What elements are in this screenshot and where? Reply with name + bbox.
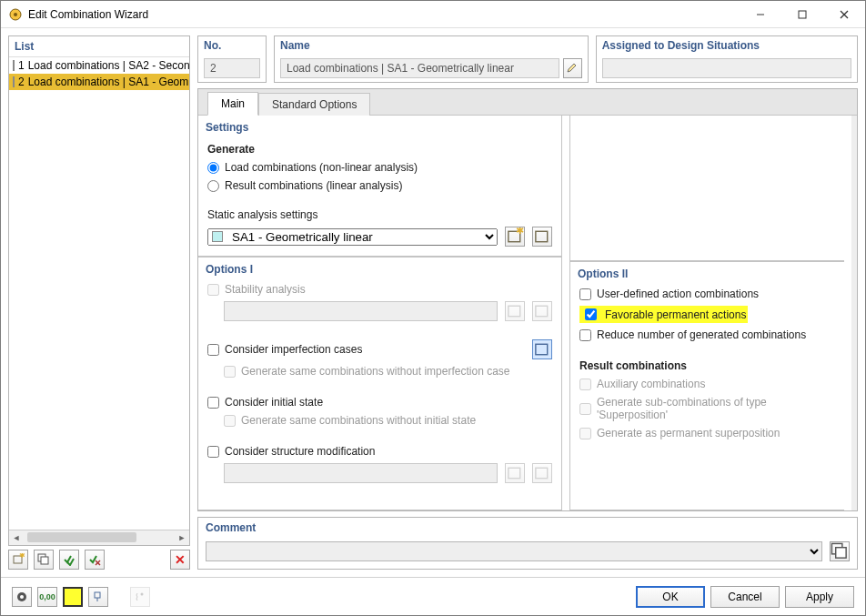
assigned-box: Assigned to Design Situations — [596, 35, 858, 83]
chk-initial-sub: Generate same combinations without initi… — [224, 414, 552, 427]
chk-initial-sub-label: Generate same combinations without initi… — [241, 414, 476, 427]
options1-header: Options I — [198, 258, 561, 279]
dialog-body: List 1 Load combinations | SA2 - Secon 2… — [1, 28, 865, 577]
color-button[interactable] — [63, 587, 83, 607]
window-title: Edit Combination Wizard — [28, 8, 740, 21]
radio-load-comb[interactable]: Load combinations (non-linear analysis) — [207, 161, 552, 174]
chk-imperf-sub: Generate same combinations without imper… — [224, 365, 552, 378]
no-label: No. — [198, 36, 266, 55]
scroll-left-icon[interactable]: ◄ — [9, 530, 24, 545]
list-item[interactable]: 1 Load combinations | SA2 - Secon — [9, 57, 189, 74]
generate-label: Generate — [207, 143, 552, 156]
svg-rect-21 — [836, 548, 846, 558]
chk-imperfection[interactable]: Consider imperfection cases — [207, 343, 529, 356]
chk-imperf-sub-label: Generate same combinations without imper… — [241, 365, 509, 378]
tabs-row: Main Standard Options — [198, 89, 857, 115]
comment-pick-button[interactable] — [830, 541, 850, 561]
uncheck-all-button[interactable] — [85, 550, 105, 570]
check-all-button[interactable] — [59, 550, 79, 570]
imperf-settings-button[interactable] — [532, 339, 552, 359]
edit-analysis-button[interactable] — [532, 227, 552, 247]
svg-point-26 — [141, 592, 144, 595]
chk-perm-super-label: Generate as permanent superposition — [597, 427, 780, 439]
radio-load-comb-input[interactable] — [207, 162, 219, 174]
chk-perm-super-input — [579, 428, 591, 439]
chk-structure-mod-label: Consider structure modification — [225, 445, 375, 458]
pin-button[interactable] — [88, 587, 108, 607]
assigned-label: Assigned to Design Situations — [597, 36, 857, 55]
units-button[interactable]: 0,00 — [37, 587, 57, 607]
minimize-button[interactable] — [740, 1, 781, 27]
delete-button[interactable]: ✕ — [170, 550, 190, 570]
list-item[interactable]: 2 Load combinations | SA1 - Geom — [9, 74, 189, 90]
chk-stability-label: Stability analysis — [225, 283, 306, 296]
svg-rect-15 — [509, 306, 520, 316]
tab-main-body: Settings Generate Load combinations (non… — [198, 115, 857, 510]
chk-imperf-sub-input — [224, 366, 236, 378]
svg-rect-18 — [509, 468, 520, 478]
maximize-button[interactable] — [781, 1, 823, 27]
svg-point-1 — [14, 13, 17, 16]
scroll-right-icon[interactable]: ► — [175, 530, 189, 545]
svg-text:✱: ✱ — [516, 227, 524, 236]
list-label: Load combinations | SA2 - Secon — [28, 59, 189, 72]
header-row: No. Name Assigned to Design Situations — [197, 35, 858, 83]
static-analysis-select[interactable]: SA1 - Geometrically linear — [207, 228, 498, 246]
chk-initial[interactable]: Consider initial state — [207, 396, 552, 409]
chk-imperfection-input[interactable] — [207, 344, 219, 356]
chk-subcomb-label: Generate sub-combinations of type 'Super… — [597, 396, 835, 421]
chk-initial-input[interactable] — [207, 397, 219, 409]
scroll-thumb[interactable] — [27, 532, 136, 542]
stability-combo — [224, 301, 498, 321]
new-item-button[interactable]: ✱ — [8, 550, 28, 570]
no-box: No. — [197, 35, 267, 83]
chk-initial-label: Consider initial state — [225, 396, 323, 409]
comment-select[interactable] — [206, 541, 822, 561]
right-column: No. Name Assigned to Design Situations — [197, 35, 858, 570]
new-analysis-button[interactable]: ✱ — [505, 227, 525, 247]
chk-user-def[interactable]: User-defined action combinations — [579, 288, 835, 300]
tab-main[interactable]: Main — [207, 92, 258, 116]
radio-load-comb-label: Load combinations (non-linear analysis) — [225, 161, 418, 174]
close-button[interactable] — [823, 1, 865, 27]
struct-edit-button — [532, 463, 552, 483]
bottom-bar: 0,00 OK Cancel Apply — [1, 577, 865, 615]
assigned-input[interactable] — [602, 58, 851, 78]
radio-result-comb-input[interactable] — [207, 180, 219, 192]
chk-user-def-input[interactable] — [579, 288, 591, 300]
name-box: Name — [274, 35, 589, 83]
chk-aux-input — [579, 379, 591, 390]
cancel-button[interactable]: Cancel — [710, 586, 780, 608]
copy-item-button[interactable] — [34, 550, 54, 570]
chk-aux-label: Auxiliary combinations — [597, 378, 705, 390]
tab-standard-options[interactable]: Standard Options — [258, 93, 370, 116]
chk-reduce-input[interactable] — [579, 329, 591, 341]
chk-structure-mod-input[interactable] — [207, 446, 219, 458]
name-input[interactable] — [280, 58, 559, 78]
svg-rect-19 — [536, 468, 548, 478]
chk-subcomb-input — [579, 403, 591, 415]
list-body[interactable]: 1 Load combinations | SA2 - Secon 2 Load… — [9, 57, 189, 530]
list-hscroll[interactable]: ◄ ► — [9, 530, 189, 545]
static-analysis-label: Static analysis settings — [207, 208, 552, 221]
apply-button[interactable]: Apply — [785, 586, 854, 608]
chk-imperfection-label: Consider imperfection cases — [225, 343, 362, 356]
edit-name-button[interactable] — [563, 58, 581, 78]
chk-fav-input[interactable] — [585, 308, 597, 320]
chk-structure-mod[interactable]: Consider structure modification — [207, 445, 552, 458]
list-toolbar: ✱ ✕ — [8, 546, 190, 570]
chk-perm-super: Generate as permanent superposition — [579, 427, 835, 439]
list-num: 1 — [18, 59, 25, 72]
list-panel: List 1 Load combinations | SA2 - Secon 2… — [8, 35, 190, 546]
content-vscroll[interactable] — [851, 116, 857, 510]
chk-reduce[interactable]: Reduce number of generated combinations — [579, 328, 835, 341]
help-button[interactable] — [12, 587, 32, 607]
name-label: Name — [275, 36, 588, 55]
stability-edit-button — [532, 301, 552, 321]
list-num: 2 — [18, 76, 25, 88]
svg-rect-16 — [536, 306, 548, 316]
settings-header: Settings — [198, 116, 561, 137]
no-input[interactable] — [204, 58, 260, 78]
radio-result-comb[interactable]: Result combinations (linear analysis) — [207, 179, 552, 192]
ok-button[interactable]: OK — [636, 586, 705, 608]
